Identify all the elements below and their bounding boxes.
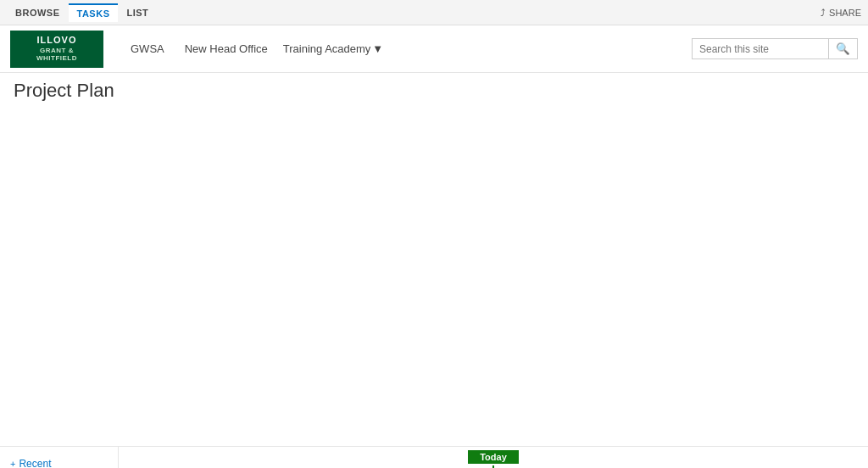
share-icon: ⤴ [821, 8, 826, 18]
search-box[interactable]: 🔍 [692, 38, 858, 59]
subnav-gwsa[interactable]: GWSA [120, 39, 175, 58]
search-button[interactable]: 🔍 [828, 39, 857, 58]
timeline-header: Today June 2015 July 2015 August 2015 Ad… [119, 447, 868, 468]
chevron-down-icon: ▼ [372, 42, 383, 55]
search-icon: 🔍 [836, 42, 850, 55]
sidebar-recent[interactable]: + Recent [0, 454, 118, 468]
share-button[interactable]: ⤴ SHARE [821, 8, 861, 18]
site-logo: ILLOVO GRANT &WHITFIELD [10, 31, 103, 68]
list-button[interactable]: LIST [118, 4, 157, 21]
browse-button[interactable]: BROWSE [7, 4, 69, 21]
plus-icon: + [10, 459, 15, 468]
subnav-office[interactable]: New Head Office [175, 39, 278, 58]
content-area: Today June 2015 July 2015 August 2015 Ad… [119, 447, 868, 468]
main-layout: + Recent ✏ EDIT LINKS Today June 2015 Ju… [0, 447, 868, 468]
today-badge: Today [468, 450, 519, 464]
top-navigation: BROWSE TASKS LIST ⤴ SHARE [0, 0, 868, 25]
sidebar: + Recent ✏ EDIT LINKS [0, 447, 119, 468]
site-header: ILLOVO GRANT &WHITFIELD GWSA New Head Of… [0, 25, 868, 73]
subnav: GWSA New Head Office Training Academy ▼ [120, 39, 692, 58]
page-title: Project Plan [14, 80, 854, 102]
page-title-bar: Project Plan [0, 73, 868, 447]
tasks-button[interactable]: TASKS [69, 3, 119, 22]
subnav-academy[interactable]: Training Academy ▼ [278, 39, 388, 58]
search-input[interactable] [693, 40, 828, 58]
